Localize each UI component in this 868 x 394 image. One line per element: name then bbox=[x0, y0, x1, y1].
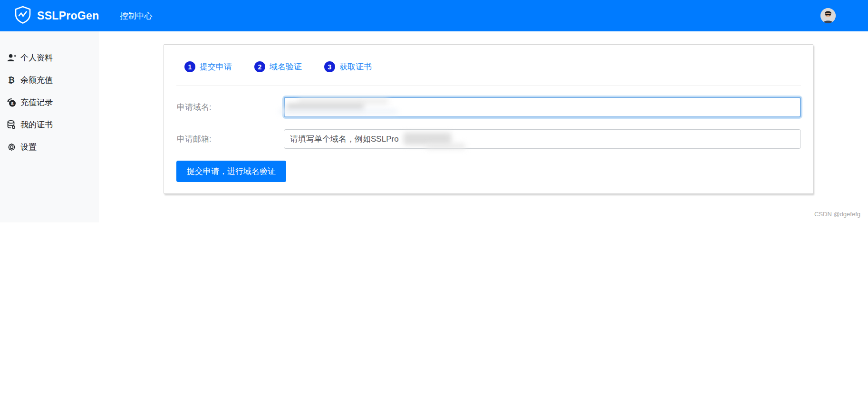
domain-label: 申请域名: bbox=[176, 102, 284, 113]
user-plus-icon bbox=[7, 53, 16, 63]
nav-control-center[interactable]: 控制中心 bbox=[120, 10, 153, 21]
email-form-row: 申请邮箱: bbox=[176, 129, 801, 149]
stepper-divider bbox=[176, 86, 801, 86]
user-avatar[interactable] bbox=[820, 8, 836, 23]
email-field-wrap bbox=[284, 129, 801, 149]
step-get-certificate[interactable]: 3 获取证书 bbox=[324, 61, 372, 72]
certificates-icon bbox=[7, 120, 16, 130]
submit-application-button[interactable]: 提交申请，进行域名验证 bbox=[176, 161, 286, 182]
email-input[interactable] bbox=[284, 129, 801, 149]
sidebar-item-settings[interactable]: 设置 bbox=[0, 136, 99, 158]
step-label: 获取证书 bbox=[339, 61, 372, 72]
sidebar-item-label: 充值记录 bbox=[20, 97, 53, 108]
domain-form-row: 申请域名: bbox=[176, 97, 801, 117]
shield-pulse-icon bbox=[14, 6, 31, 26]
gear-icon bbox=[7, 143, 16, 152]
sidebar-item-recharge-history[interactable]: $ 充值记录 bbox=[0, 91, 99, 114]
step-domain-verification[interactable]: 2 域名验证 bbox=[254, 61, 302, 72]
sidebar: 个人资料 ₿ 余额充值 $ 充值记录 bbox=[0, 31, 99, 222]
step-label: 域名验证 bbox=[270, 61, 302, 72]
bitcoin-icon: ₿ bbox=[7, 76, 16, 85]
brand-logo[interactable]: SSLProGen bbox=[14, 6, 99, 26]
recharge-history-icon: $ bbox=[7, 98, 16, 107]
step-number-badge: 2 bbox=[254, 61, 265, 72]
brand-name: SSLProGen bbox=[37, 10, 99, 22]
sidebar-item-label: 余额充值 bbox=[20, 75, 53, 86]
step-label: 提交申请 bbox=[200, 61, 232, 72]
csdn-watermark: CSDN @dgefefg bbox=[814, 211, 860, 218]
domain-field-wrap bbox=[284, 97, 801, 117]
email-label: 申请邮箱: bbox=[176, 134, 284, 144]
sidebar-item-certificates[interactable]: 我的证书 bbox=[0, 114, 99, 136]
wizard-stepper: 1 提交申请 2 域名验证 3 获取证书 bbox=[184, 61, 801, 72]
sidebar-item-recharge[interactable]: ₿ 余额充值 bbox=[0, 69, 99, 91]
domain-input[interactable] bbox=[284, 97, 801, 117]
app-header: SSLProGen 控制中心 bbox=[0, 0, 868, 31]
certificate-request-card: 1 提交申请 2 域名验证 3 获取证书 申请域名: bbox=[164, 44, 813, 194]
step-number-badge: 1 bbox=[184, 61, 195, 72]
sidebar-item-label: 我的证书 bbox=[20, 119, 53, 130]
step-submit-application[interactable]: 1 提交申请 bbox=[184, 61, 232, 72]
sidebar-item-label: 个人资料 bbox=[20, 52, 53, 63]
page-layout: 个人资料 ₿ 余额充值 $ 充值记录 bbox=[0, 31, 868, 222]
step-number-badge: 3 bbox=[324, 61, 335, 72]
sidebar-item-label: 设置 bbox=[20, 142, 37, 153]
svg-text:$: $ bbox=[11, 101, 14, 106]
main-content: 1 提交申请 2 域名验证 3 获取证书 申请域名: bbox=[99, 31, 868, 222]
sidebar-item-profile[interactable]: 个人资料 bbox=[0, 47, 99, 69]
